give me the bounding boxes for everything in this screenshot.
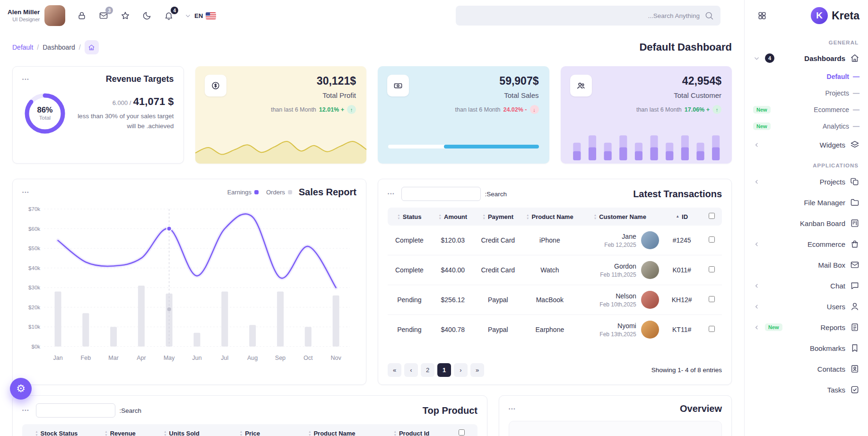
col-product-name[interactable]: Product Name [313, 430, 355, 436]
sidebar-item-bookmarks[interactable]: Bookmarks [752, 338, 860, 358]
sort-icon[interactable]: ▲▼ [482, 213, 485, 220]
col-product-id[interactable]: Product Id [399, 430, 429, 436]
settings-fab[interactable]: ⚙ [10, 378, 32, 400]
page-2-button[interactable]: 2 [421, 363, 434, 377]
sort-icon[interactable]: ▲▼ [439, 213, 442, 220]
sort-icon[interactable]: ▲▼ [526, 213, 529, 220]
global-search-input[interactable] [462, 12, 704, 19]
sidebar-item-contacts[interactable]: Contacts [752, 358, 860, 379]
card-menu-icon[interactable]: ••• [388, 192, 395, 196]
revenue-targets-card: ••• Revenue Targets 86% Total [12, 66, 184, 164]
row-checkbox[interactable] [709, 326, 715, 332]
col-status[interactable]: Status [403, 213, 422, 220]
page-last-button[interactable]: » [470, 363, 484, 377]
sidebar-item-mail-box[interactable]: Mail Box [752, 254, 860, 275]
user-block[interactable]: Alen Miller UI Designer [8, 5, 65, 26]
sidebar-item-tasks[interactable]: Tasks [752, 379, 860, 400]
messages-button[interactable]: 3 [95, 7, 113, 25]
table-footer: « ‹ 2 1 › » Showing 1- 4 of 8 entries [388, 358, 722, 377]
sidebar-item-widgets[interactable]: Widgets [752, 134, 860, 155]
sort-icon[interactable]: ▲▼ [393, 430, 396, 436]
sidebar-item-reports[interactable]: New Reports [752, 317, 860, 338]
sort-icon[interactable]: ▲▼ [164, 430, 166, 436]
breadcrumb-separator: / [37, 44, 39, 51]
user-avatar[interactable] [44, 5, 65, 26]
revenue-targets-texts: 6.000 / 41,071 $ less than 30% of your s… [75, 96, 174, 131]
col-id[interactable]: ID [682, 213, 688, 220]
col-revenue[interactable]: Revenue [110, 430, 136, 436]
top-product-table: ▲▼Stock Status ▲▼Revenue ▲▼Units Sold ▲▼… [22, 424, 477, 436]
lock-icon [77, 11, 87, 20]
cell-status: Pending [388, 315, 431, 345]
select-all-checkbox[interactable] [459, 429, 465, 436]
sort-icon[interactable]: ▲▼ [397, 213, 400, 220]
overview-card: ••• Overview [499, 395, 732, 436]
sidebar-item-ecommerce[interactable]: Ecommerce [752, 234, 860, 254]
lock-button[interactable] [73, 7, 91, 25]
profit-sparkline [195, 132, 367, 164]
sidebar-item-dashboards[interactable]: 4 Dashboards [752, 48, 860, 68]
col-payment[interactable]: Payment [488, 213, 513, 220]
sidebar-subitem-ecommerce[interactable]: New Ecommerce— [752, 101, 860, 118]
page-prev-button[interactable]: ‹ [404, 363, 418, 377]
breadcrumb-item-default[interactable]: Default [12, 44, 33, 51]
row-checkbox[interactable] [709, 236, 715, 243]
search-icon[interactable] [704, 11, 714, 20]
col-price[interactable]: Price [245, 430, 260, 436]
brand-logo[interactable]: K Kreta [811, 7, 859, 24]
card-menu-icon[interactable]: ••• [22, 408, 29, 413]
card-menu-icon[interactable]: ••• [509, 407, 516, 411]
col-customer[interactable]: Customer Name [599, 213, 646, 220]
col-amount[interactable]: Amount [444, 213, 467, 220]
sidebar-item-file-manager[interactable]: File Manager [752, 192, 860, 213]
sort-icon[interactable]: ▲▼ [240, 430, 243, 436]
breadcrumb-home-button[interactable] [85, 40, 99, 54]
customer-date: Feb 13th,2025 [599, 331, 636, 338]
sort-icon[interactable]: ▲▼ [104, 430, 107, 436]
us-flag-icon [206, 12, 216, 19]
row-checkbox[interactable] [709, 266, 715, 272]
col-stock-status[interactable]: Stock Status [41, 430, 78, 436]
page-1-button[interactable]: 1 [437, 363, 451, 377]
select-all-checkbox[interactable] [709, 213, 715, 219]
row-checkbox[interactable] [709, 296, 715, 302]
top-product-search-input[interactable] [36, 403, 115, 418]
col-units-sold[interactable]: Units Sold [169, 430, 200, 436]
dark-mode-button[interactable] [138, 7, 156, 25]
language-switcher[interactable]: EN [184, 12, 216, 19]
sidebar-item-kanban-board[interactable]: Kanban Board [752, 213, 860, 234]
table-row: Pending $400.78 Paypal Earphone NyomiFeb… [388, 315, 722, 345]
earnings-dot-icon [254, 190, 259, 194]
legend-earnings[interactable]: Earnings [227, 189, 259, 196]
sort-icon[interactable]: ▲▼ [308, 430, 311, 436]
cell-payment: Paypal [475, 285, 521, 315]
apps-grid-button[interactable] [753, 7, 771, 25]
notifications-button[interactable]: 4 [160, 7, 178, 25]
kanban-icon [850, 218, 859, 228]
latest-transactions-card: ••• :Search Latest Transactions ▲▼Status… [378, 179, 732, 385]
col-product[interactable]: Product Name [532, 213, 573, 220]
grid-icon [757, 11, 767, 20]
sort-asc-icon[interactable]: ▲ [676, 215, 679, 219]
sort-icon[interactable]: ▲▼ [594, 213, 597, 220]
profit-delta-row: than last 6 Month 12.01% + ↑ [206, 105, 356, 114]
breadcrumb-item-dashboard[interactable]: Dashboard [43, 44, 75, 51]
revenue-donut: 86% Total [22, 91, 68, 136]
dashboards-count-badge: 4 [765, 53, 774, 63]
transactions-search-input[interactable] [401, 187, 481, 201]
page-first-button[interactable]: « [388, 363, 401, 377]
favorites-button[interactable] [116, 7, 134, 25]
sidebar-subitem-projects[interactable]: Projects— [752, 85, 860, 101]
card-menu-icon[interactable]: ••• [22, 77, 29, 82]
sidebar-item-projects[interactable]: Projects [752, 171, 860, 192]
sidebar-item-chat[interactable]: Chat [752, 275, 860, 296]
sales-report-title: Sales Report [299, 187, 356, 198]
sidebar-item-users[interactable]: Users [752, 296, 860, 317]
sidebar-subitem-analytics[interactable]: New Analytics— [752, 118, 860, 134]
sort-icon[interactable]: ▲▼ [35, 430, 38, 436]
sidebar-subitem-default[interactable]: Default— [752, 68, 860, 85]
cell-product: Watch [521, 255, 578, 285]
page-next-button[interactable]: › [454, 363, 468, 377]
card-menu-icon[interactable]: ••• [22, 190, 29, 195]
legend-orders[interactable]: Orders [266, 189, 292, 196]
